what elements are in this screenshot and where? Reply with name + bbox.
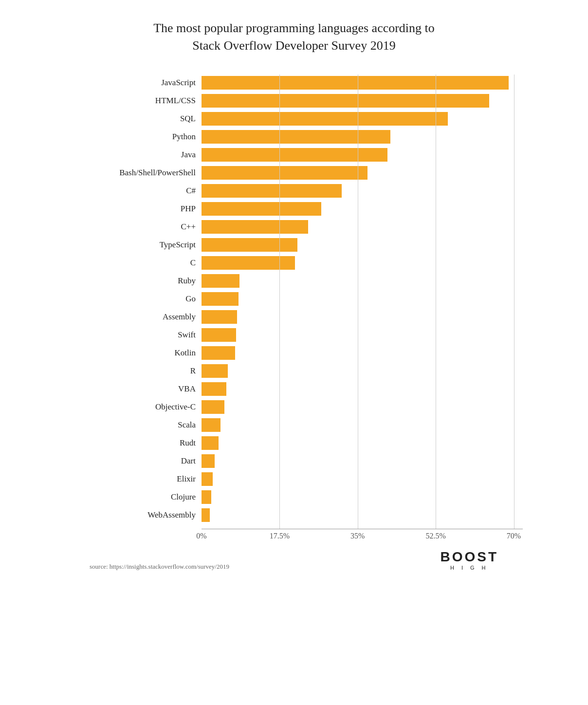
bar-track bbox=[202, 148, 528, 162]
bar-track bbox=[202, 166, 528, 180]
bar-row: Bash/Shell/PowerShell bbox=[60, 165, 528, 181]
bar-fill bbox=[202, 274, 239, 288]
bar-fill bbox=[202, 508, 210, 522]
bar-track bbox=[202, 202, 528, 216]
bar-label: Swift bbox=[60, 330, 202, 340]
bar-label: Dart bbox=[60, 456, 202, 466]
logo-area: BOOST H I G H bbox=[440, 549, 498, 571]
bar-fill bbox=[202, 346, 235, 360]
x-tick-label: 70% bbox=[507, 532, 521, 540]
bar-track bbox=[202, 418, 528, 432]
bar-track bbox=[202, 184, 528, 198]
bar-row: JavaScript bbox=[60, 74, 528, 91]
bar-track bbox=[202, 310, 528, 324]
bar-row: C++ bbox=[60, 219, 528, 235]
bar-track bbox=[202, 130, 528, 144]
bar-label: Scala bbox=[60, 420, 202, 430]
bar-fill bbox=[202, 238, 297, 252]
bar-label: SQL bbox=[60, 114, 202, 124]
bar-fill bbox=[202, 148, 387, 162]
bar-label: Objective-C bbox=[60, 402, 202, 412]
bar-track bbox=[202, 382, 528, 396]
bar-fill bbox=[202, 292, 239, 306]
bar-fill bbox=[202, 364, 228, 378]
bar-fill bbox=[202, 166, 368, 180]
bar-row: Elixir bbox=[60, 471, 528, 487]
bar-label: Clojure bbox=[60, 492, 202, 502]
bar-label: Ruby bbox=[60, 276, 202, 286]
bar-fill bbox=[202, 490, 211, 504]
bar-fill bbox=[202, 256, 295, 270]
bar-label: HTML/CSS bbox=[60, 96, 202, 106]
bar-track bbox=[202, 400, 528, 414]
bar-fill bbox=[202, 130, 390, 144]
bar-label: Python bbox=[60, 132, 202, 142]
bar-fill bbox=[202, 436, 219, 450]
bar-label: C# bbox=[60, 186, 202, 196]
bar-track bbox=[202, 274, 528, 288]
bar-label: Rudt bbox=[60, 438, 202, 448]
bar-label: PHP bbox=[60, 204, 202, 214]
bars-and-grid: JavaScriptHTML/CSSSQLPythonJavaBash/Shel… bbox=[60, 74, 528, 543]
bar-label: Java bbox=[60, 150, 202, 160]
bar-track bbox=[202, 76, 528, 90]
bar-row: Kotlin bbox=[60, 345, 528, 361]
bar-fill bbox=[202, 184, 342, 198]
bar-row: Python bbox=[60, 129, 528, 145]
source-text: source: https://insights.stackoverflow.c… bbox=[90, 563, 229, 571]
bar-row: PHP bbox=[60, 201, 528, 217]
bar-fill bbox=[202, 76, 509, 90]
bar-fill bbox=[202, 94, 489, 108]
bar-fill bbox=[202, 472, 213, 486]
bar-track bbox=[202, 364, 528, 378]
bar-track bbox=[202, 94, 528, 108]
bar-fill bbox=[202, 202, 321, 216]
bar-row: Go bbox=[60, 291, 528, 307]
x-tick-label: 0% bbox=[196, 532, 206, 540]
bar-row: Scala bbox=[60, 417, 528, 433]
bar-fill bbox=[202, 400, 224, 414]
bar-label: Bash/Shell/PowerShell bbox=[60, 168, 202, 178]
logo-sub: H I G H bbox=[440, 565, 498, 571]
bar-row: Rudt bbox=[60, 435, 528, 451]
bar-row: Java bbox=[60, 147, 528, 163]
bar-track bbox=[202, 346, 528, 360]
bar-label: JavaScript bbox=[60, 78, 202, 88]
bar-row: Objective-C bbox=[60, 399, 528, 415]
bar-row: C# bbox=[60, 183, 528, 199]
bar-label: VBA bbox=[60, 384, 202, 394]
bar-fill bbox=[202, 310, 237, 324]
bar-row: WebAssembly bbox=[60, 507, 528, 523]
bar-row: Assembly bbox=[60, 309, 528, 325]
bar-label: R bbox=[60, 366, 202, 376]
bar-label: C++ bbox=[60, 222, 202, 232]
bar-fill bbox=[202, 382, 226, 396]
bar-track bbox=[202, 328, 528, 342]
bar-label: TypeScript bbox=[60, 240, 202, 250]
x-axis-line bbox=[202, 529, 523, 529]
x-tick-label: 35% bbox=[350, 532, 365, 540]
bar-row: R bbox=[60, 363, 528, 379]
bar-track bbox=[202, 292, 528, 306]
bar-row: C bbox=[60, 255, 528, 271]
bar-row: HTML/CSS bbox=[60, 93, 528, 109]
bar-track bbox=[202, 490, 528, 504]
chart-container: JavaScriptHTML/CSSSQLPythonJavaBash/Shel… bbox=[60, 74, 528, 543]
bar-track bbox=[202, 472, 528, 486]
x-tick-label: 17.5% bbox=[270, 532, 290, 540]
chart-title: The most popular programming languages a… bbox=[153, 19, 435, 55]
bar-track bbox=[202, 256, 528, 270]
bar-fill bbox=[202, 220, 308, 234]
bar-label: Kotlin bbox=[60, 348, 202, 358]
bar-label: Elixir bbox=[60, 474, 202, 484]
x-tick-label: 52.5% bbox=[425, 532, 445, 540]
bar-row: TypeScript bbox=[60, 237, 528, 253]
bar-track bbox=[202, 454, 528, 468]
bar-fill bbox=[202, 328, 236, 342]
bar-fill bbox=[202, 112, 448, 126]
bar-track bbox=[202, 238, 528, 252]
bar-row: SQL bbox=[60, 111, 528, 127]
bar-row: VBA bbox=[60, 381, 528, 397]
bar-label: Assembly bbox=[60, 312, 202, 322]
bar-track bbox=[202, 220, 528, 234]
